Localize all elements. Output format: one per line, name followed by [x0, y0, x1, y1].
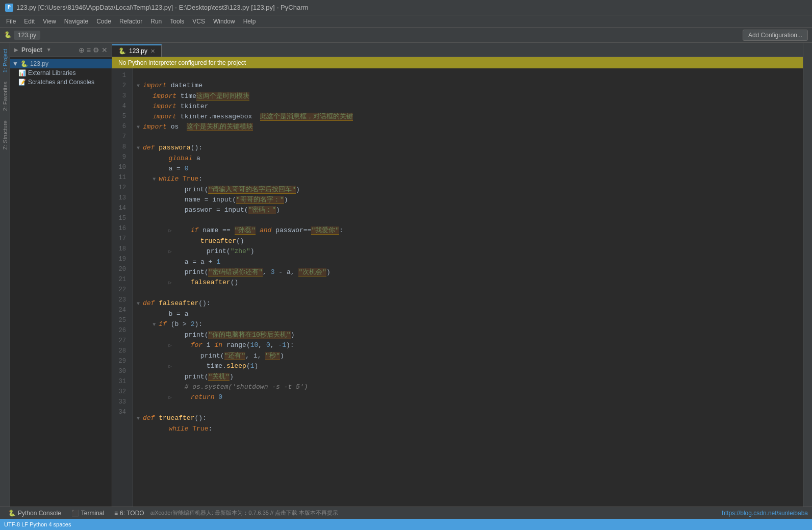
project-dropdown-icon[interactable]: ▼	[46, 47, 52, 53]
line-numbers: 1 2 3 4 5 6 7 8 9 10 11 12 13 14 15 16 1…	[112, 68, 133, 507]
gutter-15: 15	[112, 213, 129, 223]
line-7: ▼def passwora():	[137, 144, 202, 152]
line-33: ▼def trueafter():	[137, 414, 207, 422]
line-25: print("你的电脑将在10秒后关机")	[137, 331, 294, 339]
project-settings-icon[interactable]: ⚙	[93, 46, 99, 54]
project-controls: ⊕ ≡ ⚙ ✕	[79, 46, 108, 54]
tree-external-libs-label: External Libraries	[28, 69, 75, 77]
gutter-25: 25	[112, 315, 129, 325]
menu-bar: File Edit View Navigate Code Refactor Ru…	[0, 15, 812, 28]
sidebar-tab-favorites[interactable]: 2: Favorites	[1, 78, 9, 115]
line-27: print("还有", i, "秒")	[137, 352, 284, 360]
gutter-32: 32	[112, 387, 129, 397]
menu-view[interactable]: View	[39, 17, 60, 26]
gutter-8: 8	[112, 142, 129, 152]
title-bar: P 123.py [C:\Users\81946\AppData\Local\T…	[0, 0, 812, 15]
tree-item-scratches[interactable]: 📝 Scratches and Consoles	[10, 78, 112, 87]
menu-navigate[interactable]: Navigate	[60, 17, 92, 26]
python-console-label: Python Console	[18, 510, 61, 517]
line-9: a = 0	[137, 165, 188, 172]
gutter-24: 24	[112, 305, 129, 315]
line-19: print("密码错误你还有", 3 - a, "次机会")	[137, 268, 331, 276]
terminal-button[interactable]: ⬛ Terminal	[67, 507, 108, 519]
code-editor[interactable]: 1 2 3 4 5 6 7 8 9 10 11 12 13 14 15 16 1…	[112, 68, 803, 507]
todo-button[interactable]: ≡ 6: TODO	[110, 507, 148, 519]
line-13: passwor = input("密码：")	[137, 206, 280, 214]
gutter-14: 14	[112, 203, 129, 213]
python-console-icon: 🐍	[8, 510, 16, 517]
project-panel-title: Project	[21, 46, 42, 54]
project-panel: ▶ Project ▼ ⊕ ≡ ⚙ ✕ ▼ 🐍 123.py 📊 Externa…	[10, 43, 112, 507]
menu-vcs[interactable]: VCS	[188, 17, 209, 26]
menu-code[interactable]: Code	[92, 17, 115, 26]
tree-scratches-label: Scratches and Consoles	[28, 79, 94, 86]
tree-item-label: 123.py	[30, 60, 48, 67]
sidebar-tab-structure[interactable]: Z: Structure	[1, 116, 9, 154]
python-console-button[interactable]: 🐍 Python Console	[4, 507, 65, 519]
menu-run[interactable]: Run	[146, 17, 166, 26]
warning-bar[interactable]: No Python interpreter configured for the…	[112, 57, 803, 68]
line-22: ▼def falseafter():	[137, 299, 211, 307]
line-11: print("请输入哥哥的名字后按回车")	[137, 186, 300, 194]
gutter-27: 27	[112, 336, 129, 346]
sidebar-tab-project[interactable]: 1: Project	[1, 45, 9, 77]
tree-item-external-libs[interactable]: 📊 External Libraries	[10, 68, 112, 78]
line-17: ▷ print("zhe")	[137, 247, 255, 255]
gutter-19: 19	[112, 254, 129, 264]
project-expand-icon: ▶	[14, 47, 18, 53]
line-29: print("关机")	[137, 373, 234, 381]
menu-window[interactable]: Window	[209, 17, 239, 26]
app-icon: P	[5, 4, 13, 12]
gutter-13: 13	[112, 193, 129, 203]
gutter-28: 28	[112, 346, 129, 356]
code-content[interactable]: ▼import datetime import time这两个是时间模块 imp…	[133, 68, 803, 507]
tree-folder-icon: ▼	[12, 60, 18, 67]
menu-help[interactable]: Help	[239, 17, 260, 26]
line-10: ▼while True:	[137, 175, 202, 183]
gutter-3: 3	[112, 91, 129, 101]
gutter-12: 12	[112, 183, 129, 193]
tree-file-type-icon: 🐍	[20, 60, 28, 67]
menu-tools[interactable]: Tools	[166, 17, 188, 26]
menu-refactor[interactable]: Refactor	[115, 17, 146, 26]
terminal-icon: ⬛	[71, 510, 79, 517]
left-sidebar-tabs: 1: Project 2: Favorites Z: Structure	[0, 43, 10, 507]
project-close-icon[interactable]: ✕	[102, 46, 108, 54]
editor-area: 🐍 123.py ✕ No Python interpreter configu…	[112, 43, 803, 507]
bottom-bar: 🐍 Python Console ⬛ Terminal ≡ 6: TODO ai…	[0, 507, 812, 519]
gutter-11: 11	[112, 172, 129, 183]
tree-item-123py[interactable]: ▼ 🐍 123.py	[10, 59, 112, 68]
editor-tab-123py[interactable]: 🐍 123.py ✕	[112, 44, 162, 57]
gutter-21: 21	[112, 274, 129, 285]
gutter-4: 4	[112, 101, 129, 111]
gutter-9: 9	[112, 152, 129, 162]
gutter-22: 22	[112, 285, 129, 295]
line-26: ▷ for i in range(10, 0, -1):	[137, 341, 294, 349]
line-5: ▼import os 这个是关机的关键模块	[137, 123, 253, 131]
line-18: a = a + 1	[137, 258, 220, 266]
project-locate-icon[interactable]: ⊕	[79, 46, 85, 54]
project-collapse-icon[interactable]: ≡	[87, 46, 91, 54]
todo-label: 6: TODO	[120, 510, 144, 517]
right-sidebar	[803, 43, 812, 507]
gutter-26: 26	[112, 325, 129, 336]
tab-file-icon: 🐍	[118, 47, 126, 55]
line-12: name = input("哥哥的名字：")	[137, 196, 288, 204]
status-url[interactable]: https://blog.csdn.net/sunleibaba	[722, 510, 808, 517]
menu-file[interactable]: File	[2, 17, 20, 26]
add-configuration-button[interactable]: Add Configuration...	[743, 30, 808, 41]
gutter-5: 5	[112, 111, 129, 121]
tab-close-button[interactable]: ✕	[150, 48, 155, 55]
warning-text: No Python interpreter configured for the…	[118, 59, 246, 66]
gutter-30: 30	[112, 366, 129, 376]
line-15: ▷ if name == "孙磊" and passwor=="我爱你":	[137, 226, 343, 234]
gutter-7: 7	[112, 132, 129, 142]
editor-tab-label: 123.py	[129, 47, 147, 55]
gutter-17: 17	[112, 234, 129, 244]
toolbar-file-label: 123.py	[14, 31, 40, 40]
toolbar-file-icon: 🐍	[4, 31, 12, 39]
line-2: import time这两个是时间模块	[137, 92, 249, 100]
gutter-16: 16	[112, 223, 129, 234]
line-1: ▼import datetime	[137, 82, 202, 89]
menu-edit[interactable]: Edit	[20, 17, 39, 26]
